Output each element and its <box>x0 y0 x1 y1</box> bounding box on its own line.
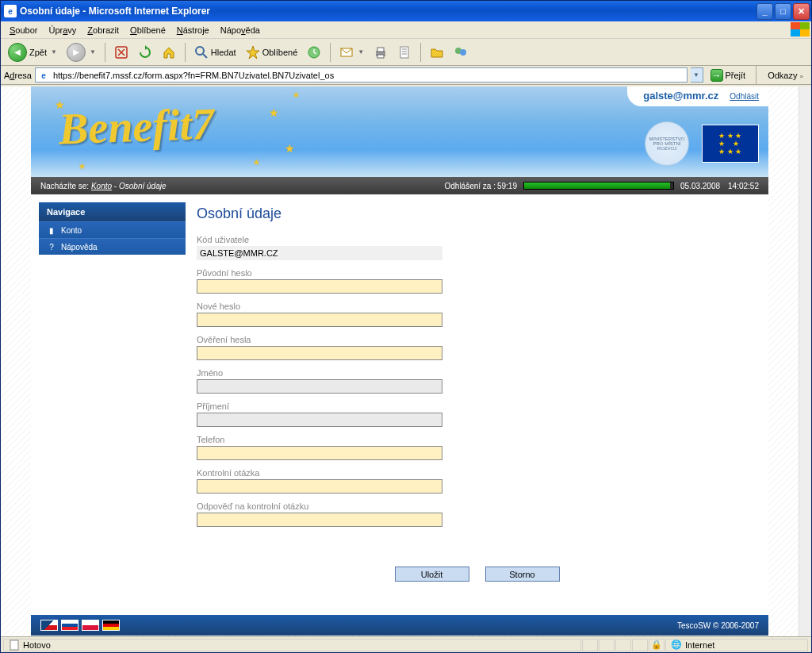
refresh-button[interactable] <box>134 43 156 62</box>
favorites-icon <box>246 45 260 60</box>
scrollbar[interactable] <box>799 86 811 636</box>
flag-pl[interactable] <box>82 620 99 631</box>
copyright: TescoSW © 2006-2007 <box>677 621 759 630</box>
help-icon: ? <box>47 242 56 252</box>
flag-cz[interactable] <box>40 620 58 631</box>
favorites-label: Oblíbené <box>262 48 298 57</box>
menu-zobrazit[interactable]: Zobrazit <box>82 24 124 36</box>
page-footer: TescoSW © 2006-2007 <box>31 615 768 636</box>
input-first-name[interactable] <box>197 379 442 394</box>
chevron-down-icon: ▼ <box>90 48 96 56</box>
window-title: Osobní údaje - Microsoft Internet Explor… <box>20 6 755 17</box>
svg-point-9 <box>460 49 466 56</box>
messenger-button[interactable] <box>450 43 472 62</box>
account-icon: ▮ <box>47 225 56 235</box>
breadcrumb-prefix: Nacházíte se: <box>40 182 89 190</box>
countdown-value: 59:19 <box>497 182 517 190</box>
save-button[interactable]: Uložit <box>395 567 469 582</box>
label-user-code: Kód uživatele <box>197 235 757 244</box>
close-button[interactable]: ✕ <box>793 3 810 20</box>
nav-item-konto[interactable]: ▮ Konto <box>39 221 186 238</box>
mail-button[interactable]: ▼ <box>335 43 368 62</box>
menu-upravy[interactable]: Úpravy <box>43 24 82 36</box>
eu-flag: ★ ★ ★★ ★★ ★ ★ <box>702 125 759 163</box>
back-icon: ◄ <box>8 43 27 62</box>
input-answer[interactable] <box>197 513 442 527</box>
nav-item-napoveda[interactable]: ? Nápověda <box>39 238 186 255</box>
logout-link[interactable]: Odhlásit <box>730 92 759 101</box>
stop-button[interactable] <box>110 43 132 62</box>
minimize-button[interactable]: _ <box>756 3 773 20</box>
title-bar: e Osobní údaje - Microsoft Internet Expl… <box>1 1 811 21</box>
input-phone[interactable] <box>197 446 442 460</box>
maximize-button[interactable]: □ <box>775 3 791 20</box>
svg-rect-5 <box>377 48 384 52</box>
content-area: Benefit7 ★ ★ ★ ★ ★ ★ MINISTERSTVOPRO MÍS… <box>1 85 811 636</box>
edit-icon <box>397 45 412 60</box>
status-cell <box>632 639 648 651</box>
flag-sk[interactable] <box>61 620 79 631</box>
input-question[interactable] <box>197 479 442 494</box>
breadcrumb-link-konto[interactable]: Konto <box>91 182 112 190</box>
menu-nastroje[interactable]: Nástroje <box>171 24 215 36</box>
print-button[interactable] <box>370 43 392 62</box>
zone-label: Internet <box>685 640 714 650</box>
search-label: Hledat <box>211 48 236 57</box>
folder-icon <box>430 45 444 60</box>
go-button[interactable]: → Přejít <box>707 67 750 83</box>
status-bar: Hotovo 🔒 🌐 Internet <box>1 636 811 652</box>
nav-header: Navigace <box>39 202 186 221</box>
svg-rect-6 <box>377 55 384 58</box>
svg-rect-10 <box>10 640 18 650</box>
search-icon <box>194 45 209 60</box>
address-input[interactable] <box>35 67 688 83</box>
edit-button[interactable] <box>393 43 416 62</box>
main-content: Osobní údaje Kód uživatele GALSTE@MMR.CZ… <box>193 202 760 607</box>
value-user-code: GALSTE@MMR.CZ <box>197 246 442 260</box>
flag-de[interactable] <box>102 620 120 631</box>
menu-bar: Soubor Úpravy Zobrazit Oblíbené Nástroje… <box>1 21 811 39</box>
input-last-name[interactable] <box>197 413 442 427</box>
input-old-password[interactable] <box>197 279 442 294</box>
date-value: 05.03.2008 <box>680 182 720 190</box>
cancel-button[interactable]: Storno <box>485 567 560 582</box>
address-label: Adresa <box>4 71 32 80</box>
status-cell <box>615 639 631 651</box>
lock-icon: 🔒 <box>651 640 662 650</box>
favorites-button[interactable]: Oblíbené <box>242 43 302 62</box>
input-confirm-password[interactable] <box>197 346 442 360</box>
address-dropdown[interactable]: ▼ <box>691 67 703 83</box>
forward-button[interactable]: ► ▼ <box>63 43 100 62</box>
menu-soubor[interactable]: Soubor <box>4 24 43 36</box>
svg-rect-7 <box>400 47 408 58</box>
status-cell <box>599 639 615 651</box>
home-button[interactable] <box>158 43 180 62</box>
breadcrumb-bar: Nacházíte se: Konto - Osobní údaje Odhlá… <box>31 177 768 194</box>
search-button[interactable]: Hledat <box>190 43 240 62</box>
links-button[interactable]: Odkazy » <box>763 71 808 80</box>
label-new-password: Nové heslo <box>197 302 757 311</box>
windows-flag-icon <box>791 22 810 36</box>
toolbar: ◄ Zpět ▼ ► ▼ Hledat Oblíbené <box>1 39 811 66</box>
messenger-icon <box>454 45 468 60</box>
print-icon <box>373 45 388 60</box>
input-new-password[interactable] <box>197 313 442 327</box>
chevron-down-icon: ▼ <box>51 48 57 56</box>
nav-item-label: Nápověda <box>61 243 98 252</box>
discuss-button[interactable] <box>426 43 448 62</box>
page-icon <box>9 640 20 651</box>
status-cell <box>582 639 598 651</box>
go-icon: → <box>710 69 723 82</box>
svg-point-1 <box>196 47 204 55</box>
menu-napoveda[interactable]: Nápověda <box>215 24 266 36</box>
user-email: galste@mmr.cz <box>643 90 718 102</box>
countdown-bar <box>523 182 674 190</box>
chevron-down-icon: ▼ <box>358 48 364 56</box>
time-value: 14:02:52 <box>728 182 759 190</box>
countdown-label: Odhlášení za : <box>444 182 495 190</box>
history-button[interactable] <box>303 43 325 62</box>
label-answer: Odpověď na kontrolní otázku <box>197 501 757 511</box>
nav-item-label: Konto <box>61 226 82 235</box>
menu-oblibene[interactable]: Oblíbené <box>124 24 171 36</box>
back-button[interactable]: ◄ Zpět ▼ <box>4 43 61 62</box>
